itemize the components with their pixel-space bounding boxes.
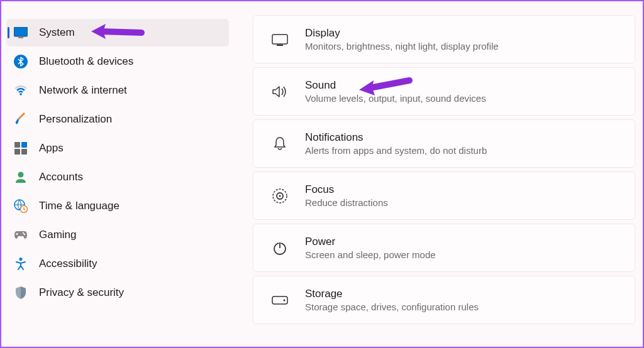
svg-rect-7 — [14, 149, 20, 155]
svg-rect-6 — [21, 142, 27, 148]
card-text: Focus Reduce distractions — [305, 183, 388, 208]
sidebar-item-personalization[interactable]: Personalization — [6, 106, 229, 133]
svg-rect-0 — [14, 27, 28, 36]
sidebar-item-label: Accounts — [39, 171, 83, 183]
shield-icon — [14, 286, 28, 300]
drive-icon — [271, 291, 289, 309]
card-desc: Volume levels, output, input, sound devi… — [305, 93, 486, 104]
sidebar-item-label: Network & internet — [39, 84, 127, 97]
wifi-icon — [14, 84, 28, 97]
card-text: Display Monitors, brightness, night ligh… — [305, 27, 499, 52]
sidebar-item-bluetooth[interactable]: Bluetooth & devices — [6, 48, 229, 75]
brush-icon — [14, 112, 28, 126]
card-notifications[interactable]: Notifications Alerts from apps and syste… — [253, 119, 635, 168]
gaming-icon — [14, 228, 28, 242]
sidebar-item-label: Gaming — [39, 229, 77, 241]
card-desc: Storage space, drives, configuration rul… — [305, 302, 479, 312]
sidebar-item-system[interactable]: System — [6, 19, 229, 46]
sidebar-item-apps[interactable]: Apps — [6, 134, 229, 162]
sidebar: System Bluetooth & devices Network & int… — [1, 1, 234, 347]
card-power[interactable]: Power Screen and sleep, power mode — [253, 224, 635, 272]
system-icon — [14, 26, 28, 40]
card-title: Power — [305, 236, 436, 248]
card-title: Sound — [305, 79, 486, 92]
sidebar-item-label: Accessibility — [39, 258, 97, 270]
sidebar-item-label: Privacy & security — [39, 286, 124, 299]
sidebar-item-time[interactable]: Time & language — [6, 192, 229, 220]
svg-point-14 — [19, 258, 23, 261]
sidebar-item-network[interactable]: Network & internet — [6, 77, 229, 104]
svg-point-4 — [19, 93, 22, 95]
speaker-icon — [271, 83, 289, 101]
monitor-icon — [271, 31, 289, 48]
svg-point-19 — [279, 195, 281, 197]
svg-point-24 — [284, 299, 286, 301]
svg-rect-2 — [18, 36, 23, 38]
card-title: Focus — [305, 183, 388, 196]
card-title: Storage — [305, 288, 479, 300]
sidebar-item-label: Time & language — [39, 200, 119, 212]
card-text: Sound Volume levels, output, input, soun… — [305, 79, 486, 104]
sidebar-item-accessibility[interactable]: Accessibility — [6, 250, 229, 278]
sidebar-item-gaming[interactable]: Gaming — [6, 221, 229, 249]
main-panel: Display Monitors, brightness, night ligh… — [234, 1, 643, 347]
card-title: Display — [305, 27, 499, 40]
globe-clock-icon — [14, 199, 28, 213]
card-desc: Screen and sleep, power mode — [305, 249, 436, 260]
sidebar-item-label: Apps — [39, 142, 64, 155]
power-icon — [271, 239, 289, 257]
svg-rect-15 — [272, 35, 287, 44]
sidebar-item-label: Bluetooth & devices — [39, 55, 133, 68]
person-icon — [14, 170, 28, 184]
apps-icon — [14, 141, 28, 155]
sidebar-item-label: Personalization — [39, 113, 112, 126]
svg-point-9 — [18, 172, 24, 178]
card-desc: Reduce distractions — [305, 197, 388, 208]
sidebar-item-label: System — [39, 26, 75, 39]
card-title: Notifications — [305, 131, 487, 144]
focus-icon — [271, 187, 289, 205]
svg-rect-5 — [14, 142, 20, 148]
card-focus[interactable]: Focus Reduce distractions — [253, 171, 635, 220]
sidebar-item-privacy[interactable]: Privacy & security — [6, 279, 229, 307]
bluetooth-icon — [14, 55, 28, 68]
card-display[interactable]: Display Monitors, brightness, night ligh… — [253, 15, 635, 63]
sidebar-item-accounts[interactable]: Accounts — [6, 163, 229, 191]
svg-rect-16 — [277, 45, 283, 46]
bell-icon — [271, 135, 289, 153]
card-desc: Alerts from apps and system, do not dist… — [305, 145, 487, 156]
svg-point-13 — [24, 234, 25, 235]
svg-rect-8 — [21, 149, 27, 155]
card-desc: Monitors, brightness, night light, displ… — [305, 41, 499, 52]
card-sound[interactable]: Sound Volume levels, output, input, soun… — [253, 67, 635, 116]
accessibility-icon — [14, 257, 28, 271]
card-text: Power Screen and sleep, power mode — [305, 236, 436, 260]
card-text: Notifications Alerts from apps and syste… — [305, 131, 487, 156]
card-text: Storage Storage space, drives, configura… — [305, 288, 479, 312]
svg-point-12 — [23, 232, 24, 234]
card-storage[interactable]: Storage Storage space, drives, configura… — [253, 276, 635, 324]
